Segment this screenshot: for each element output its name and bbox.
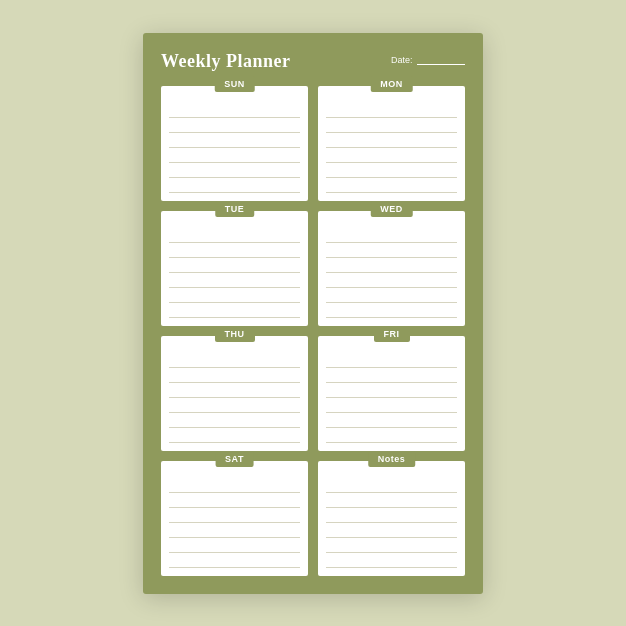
lines-mon xyxy=(326,108,457,193)
day-block-thu: THU xyxy=(161,336,308,451)
line xyxy=(326,183,457,193)
line xyxy=(169,153,300,163)
line xyxy=(326,433,457,443)
line xyxy=(326,528,457,538)
line xyxy=(326,308,457,318)
line xyxy=(169,373,300,383)
line xyxy=(326,513,457,523)
lines-fri xyxy=(326,358,457,443)
line xyxy=(169,483,300,493)
planner-header: Weekly Planner Date: xyxy=(161,51,465,72)
line xyxy=(169,358,300,368)
line xyxy=(326,168,457,178)
line xyxy=(326,248,457,258)
line xyxy=(169,388,300,398)
day-label-thu: THU xyxy=(215,326,255,342)
line xyxy=(326,123,457,133)
line xyxy=(326,358,457,368)
line xyxy=(326,388,457,398)
day-label-sat: SAT xyxy=(215,451,254,467)
line xyxy=(326,498,457,508)
line xyxy=(169,183,300,193)
line xyxy=(326,108,457,118)
line xyxy=(169,263,300,273)
line xyxy=(169,293,300,303)
line xyxy=(169,513,300,523)
line xyxy=(326,233,457,243)
line xyxy=(169,498,300,508)
line xyxy=(326,278,457,288)
day-label-mon: MON xyxy=(370,76,413,92)
lines-sat xyxy=(169,483,300,568)
line xyxy=(326,153,457,163)
line xyxy=(169,558,300,568)
line xyxy=(169,528,300,538)
day-label-tue: TUE xyxy=(215,201,255,217)
line xyxy=(326,418,457,428)
line xyxy=(326,558,457,568)
day-label-sun: SUN xyxy=(214,76,255,92)
line xyxy=(169,248,300,258)
line xyxy=(169,233,300,243)
line xyxy=(326,263,457,273)
line xyxy=(169,138,300,148)
lines-sun xyxy=(169,108,300,193)
line xyxy=(169,433,300,443)
line xyxy=(326,403,457,413)
line xyxy=(326,373,457,383)
lines-thu xyxy=(169,358,300,443)
day-block-fri: FRI xyxy=(318,336,465,451)
line xyxy=(326,483,457,493)
line xyxy=(169,168,300,178)
day-block-mon: MON xyxy=(318,86,465,201)
line xyxy=(326,293,457,303)
lines-tue xyxy=(169,233,300,318)
line xyxy=(169,418,300,428)
planner-title: Weekly Planner xyxy=(161,51,291,72)
line xyxy=(169,543,300,553)
day-block-wed: WED xyxy=(318,211,465,326)
lines-wed xyxy=(326,233,457,318)
day-block-sun: SUN xyxy=(161,86,308,201)
date-line xyxy=(417,64,465,65)
lines-notes xyxy=(326,483,457,568)
weekly-planner: Weekly Planner Date: SUN MON xyxy=(143,33,483,594)
day-block-notes: Notes xyxy=(318,461,465,576)
line xyxy=(326,138,457,148)
day-block-sat: SAT xyxy=(161,461,308,576)
line xyxy=(326,543,457,553)
day-label-fri: FRI xyxy=(374,326,410,342)
day-block-tue: TUE xyxy=(161,211,308,326)
days-grid: SUN MON TUE xyxy=(161,86,465,576)
planner-date: Date: xyxy=(391,55,465,65)
line xyxy=(169,108,300,118)
line xyxy=(169,308,300,318)
day-label-wed: WED xyxy=(370,201,413,217)
line xyxy=(169,123,300,133)
line xyxy=(169,278,300,288)
day-label-notes: Notes xyxy=(368,451,416,467)
line xyxy=(169,403,300,413)
